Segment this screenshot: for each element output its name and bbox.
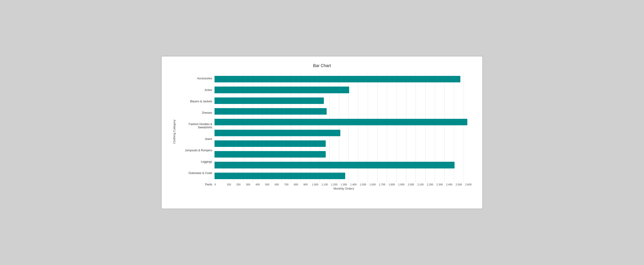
x-tick: 2,500 <box>454 183 464 186</box>
y-axis-label: Clothing Category <box>172 120 176 144</box>
x-tick: 1,900 <box>396 183 406 186</box>
category-labels: AccessoriesActiveBlazers & JacketsDresse… <box>177 73 214 190</box>
x-tick: 2,600 <box>464 183 473 186</box>
bar-row <box>214 106 473 117</box>
bar <box>214 151 326 158</box>
x-tick: 700 <box>282 183 291 186</box>
x-tick: 2,000 <box>406 183 416 186</box>
bar <box>214 173 345 179</box>
x-tick: 2,100 <box>416 183 425 186</box>
chart-inner: AccessoriesActiveBlazers & JacketsDresse… <box>177 73 473 190</box>
x-tick: 1,100 <box>320 183 330 186</box>
x-tick: 200 <box>234 183 243 186</box>
x-tick: 600 <box>272 183 282 186</box>
bar <box>214 119 467 125</box>
category-label: Blazers & Jackets <box>177 100 212 103</box>
category-label: Jeans <box>177 137 212 140</box>
chart-body: Clothing Category AccessoriesActiveBlaze… <box>171 73 473 190</box>
bar-row <box>214 74 473 84</box>
x-axis-label: Monthly Orders <box>214 187 473 190</box>
bar-row <box>214 128 473 138</box>
chart-title: Bar Chart <box>171 63 473 68</box>
bar-row <box>214 138 473 149</box>
bars-and-grid: 01002003004005006007008009001,0001,1001,… <box>214 73 473 190</box>
x-tick: 1,600 <box>368 183 377 186</box>
bar <box>214 108 327 115</box>
bar-row <box>214 95 473 106</box>
chart-container: Bar Chart Clothing Category AccessoriesA… <box>161 56 483 209</box>
x-tick: 400 <box>253 183 262 186</box>
y-axis-label-container: Clothing Category <box>171 73 177 190</box>
x-axis: 01002003004005006007008009001,0001,1001,… <box>214 182 473 186</box>
x-tick: 800 <box>291 183 301 186</box>
category-label: Pants <box>177 183 212 186</box>
grid-and-bars <box>214 73 473 182</box>
x-tick: 1,300 <box>339 183 348 186</box>
x-tick: 1,200 <box>330 183 339 186</box>
bar-row <box>214 149 473 160</box>
bars-list <box>214 73 473 182</box>
x-tick: 2,400 <box>444 183 454 186</box>
category-label: Outerwear & Coats <box>177 172 212 175</box>
x-tick: 2,300 <box>435 183 444 186</box>
x-tick: 500 <box>262 183 272 186</box>
bar <box>214 98 324 104</box>
category-label: Active <box>177 88 212 92</box>
bar <box>214 130 340 136</box>
bar-row <box>214 84 473 95</box>
bar-row <box>214 117 473 128</box>
bar <box>214 140 326 147</box>
category-label: Leggings <box>177 160 212 163</box>
x-tick: 2,200 <box>425 183 435 186</box>
category-label: Accessories <box>177 77 212 80</box>
x-tick: 1,700 <box>378 183 387 186</box>
category-label: Dresses <box>177 111 212 114</box>
x-tick: 1,000 <box>310 183 320 186</box>
category-label: Jumpsuits & Rompers <box>177 149 212 152</box>
bar <box>214 76 460 82</box>
x-tick: 1,500 <box>358 183 368 186</box>
category-label: Fashion Hoodies & Sweatshirts <box>177 122 212 129</box>
x-tick: 900 <box>301 183 310 186</box>
bar <box>214 162 454 168</box>
bar-row <box>214 170 473 181</box>
x-tick: 100 <box>224 183 234 186</box>
x-tick: 300 <box>243 183 253 186</box>
x-tick: 0 <box>214 183 224 186</box>
x-tick: 1,400 <box>349 183 358 186</box>
bar <box>214 86 349 93</box>
bars-area: AccessoriesActiveBlazers & JacketsDresse… <box>177 73 473 190</box>
bar-row <box>214 160 473 170</box>
x-tick: 1,800 <box>387 183 396 186</box>
